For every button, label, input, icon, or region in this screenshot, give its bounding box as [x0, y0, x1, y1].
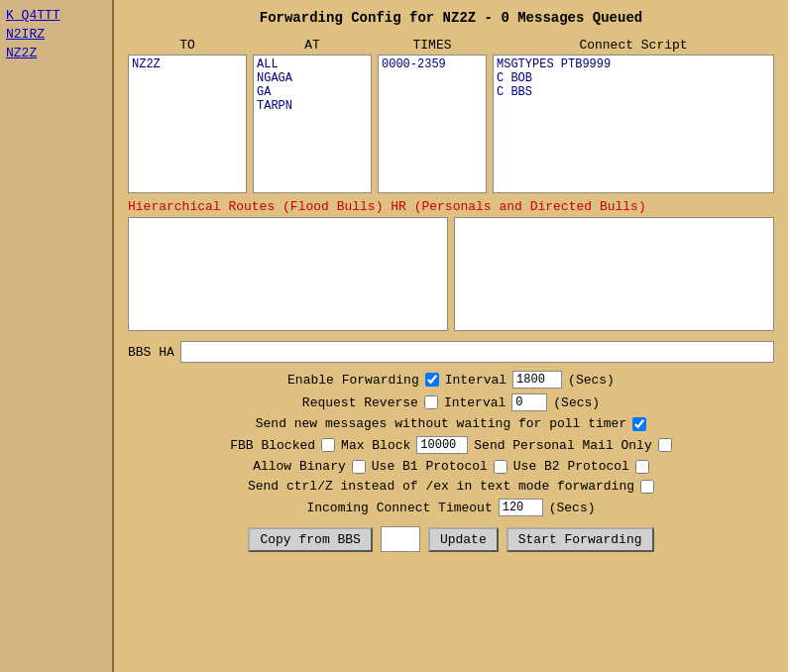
send-ctrlz-checkbox[interactable]: [640, 480, 654, 494]
timeout-row: Incoming Connect Timeout (Secs): [128, 499, 774, 516]
secs2-label: (Secs): [553, 395, 600, 410]
update-button[interactable]: Update: [428, 527, 499, 552]
enable-forwarding-checkbox[interactable]: [425, 373, 439, 387]
hier-label: Hierarchical Routes (Flood Bulls) HR (Pe…: [128, 199, 774, 214]
allow-binary-label: Allow Binary: [253, 459, 346, 474]
fbb-blocked-label: FBB Blocked: [230, 438, 315, 453]
send-ctrlz-label: Send ctrl/Z instead of /ex in text mode …: [248, 479, 634, 494]
hier-grid: [128, 217, 774, 331]
top-grid: TO AT TIMES Connect Script: [128, 38, 774, 193]
use-b2-label: Use B2 Protocol: [513, 459, 629, 474]
send-new-row: Send new messages without waiting for po…: [128, 416, 774, 431]
incoming-timeout-input[interactable]: [499, 499, 543, 516]
main-content: Forwarding Config for NZ2Z - 0 Messages …: [114, 0, 788, 672]
enable-forwarding-row: Enable Forwarding Interval (Secs): [128, 371, 774, 389]
ctrlz-row: Send ctrl/Z instead of /ex in text mode …: [128, 479, 774, 494]
send-personal-checkbox[interactable]: [658, 438, 672, 452]
start-forwarding-button[interactable]: Start Forwarding: [507, 527, 654, 552]
flood-bulls-textarea[interactable]: [128, 217, 448, 331]
hierarchical-section: Hierarchical Routes (Flood Bulls) HR (Pe…: [128, 199, 774, 331]
fbb-row: FBB Blocked Max Block Send Personal Mail…: [128, 436, 774, 454]
interval2-label: Interval: [444, 395, 506, 410]
to-header: TO: [128, 38, 247, 53]
request-reverse-row: Request Reverse Interval (Secs): [128, 393, 774, 411]
allow-binary-checkbox[interactable]: [352, 460, 366, 474]
times-column: TIMES: [378, 38, 487, 193]
at-column: AT: [253, 38, 372, 193]
bbs-label: BBS HA: [128, 345, 174, 360]
sidebar-link-nz2z[interactable]: NZ2Z: [6, 46, 106, 60]
sidebar-link-kq4ttt[interactable]: K Q4TTT: [6, 8, 106, 23]
blank-box: [381, 526, 420, 552]
connect-script-textarea[interactable]: [493, 55, 774, 193]
personals-textarea[interactable]: [454, 217, 774, 331]
times-header: TIMES: [378, 38, 487, 53]
secs3-label: (Secs): [549, 501, 596, 515]
max-block-label: Max Block: [341, 438, 410, 453]
use-b2-checkbox[interactable]: [635, 460, 649, 474]
page-title: Forwarding Config for NZ2Z - 0 Messages …: [128, 10, 774, 26]
fbb-blocked-checkbox[interactable]: [321, 438, 335, 452]
interval-input[interactable]: [512, 371, 562, 389]
to-column: TO: [128, 38, 247, 193]
max-block-input[interactable]: [416, 436, 468, 454]
times-textarea[interactable]: [378, 55, 487, 193]
request-reverse-label: Request Reverse: [302, 395, 418, 410]
copy-from-bbs-button[interactable]: Copy from BBS: [248, 527, 372, 552]
send-new-checkbox[interactable]: [632, 417, 646, 431]
use-b1-label: Use B1 Protocol: [372, 459, 488, 474]
options-section: Enable Forwarding Interval (Secs) Reques…: [128, 371, 774, 516]
sidebar: K Q4TTT N2IRZ NZ2Z: [0, 0, 114, 672]
bbs-row: BBS HA: [128, 341, 774, 363]
connect-script-column: Connect Script: [493, 38, 774, 193]
use-b1-checkbox[interactable]: [494, 460, 507, 474]
buttons-row: Copy from BBS Update Start Forwarding: [128, 526, 774, 552]
bbs-input[interactable]: [180, 341, 774, 363]
sidebar-link-n2irz[interactable]: N2IRZ: [6, 27, 106, 42]
interval-label: Interval: [445, 373, 507, 388]
incoming-timeout-label: Incoming Connect Timeout: [306, 501, 492, 515]
request-reverse-checkbox[interactable]: [424, 395, 438, 409]
send-personal-label: Send Personal Mail Only: [474, 438, 651, 453]
secs-label: (Secs): [568, 373, 615, 388]
at-textarea[interactable]: [253, 55, 372, 193]
to-textarea[interactable]: [128, 55, 247, 193]
connect-script-header: Connect Script: [493, 38, 774, 53]
binary-row: Allow Binary Use B1 Protocol Use B2 Prot…: [128, 459, 774, 474]
send-new-label: Send new messages without waiting for po…: [256, 416, 626, 431]
at-header: AT: [253, 38, 372, 53]
interval2-input[interactable]: [511, 393, 547, 411]
enable-forwarding-label: Enable Forwarding: [287, 373, 419, 388]
